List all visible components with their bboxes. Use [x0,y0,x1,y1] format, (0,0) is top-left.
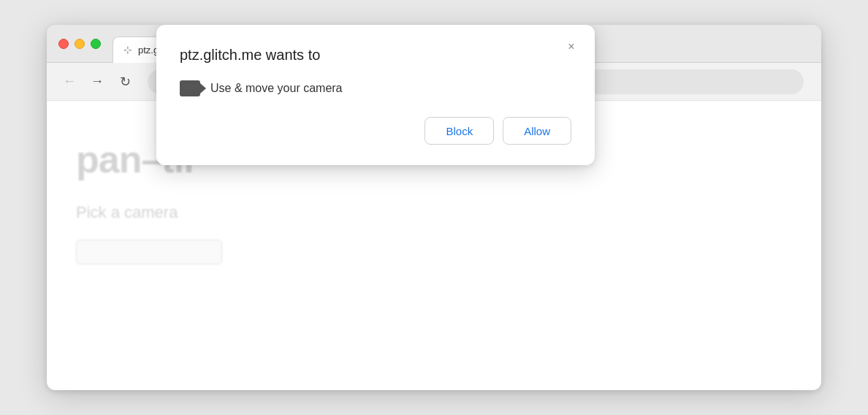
drag-icon: ⊹ [123,44,132,56]
close-button[interactable] [58,39,69,49]
browser-window: ⊹ ptz.glitch.me × + ← → ↻ 🔒 ptz.glitch.m… [47,25,821,390]
block-button[interactable]: Block [425,117,494,145]
dialog-actions: Block Allow [180,117,571,145]
permission-dialog: × ptz.glitch.me wants to Use & move your… [156,25,595,165]
dialog-permission-row: Use & move your camera [180,80,571,96]
dialog-close-button[interactable]: × [561,37,582,57]
traffic-lights [58,39,101,49]
camera-icon [180,80,200,96]
back-button[interactable]: ← [58,71,80,93]
allow-button[interactable]: Allow [503,117,571,145]
forward-button[interactable]: → [86,71,108,93]
reload-button[interactable]: ↻ [114,71,136,93]
minimize-button[interactable] [75,39,85,49]
permission-text: Use & move your camera [210,82,343,95]
maximize-button[interactable] [91,39,101,49]
dialog-title: ptz.glitch.me wants to [180,45,571,64]
